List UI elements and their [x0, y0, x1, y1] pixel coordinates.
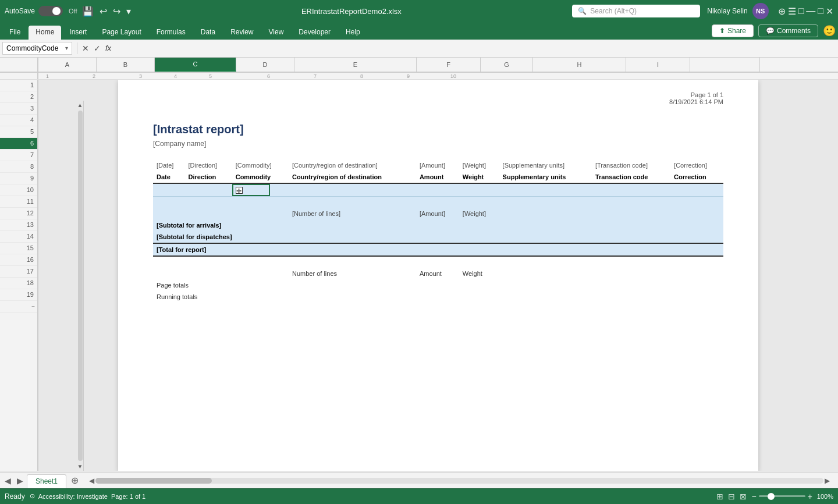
maximize-icon[interactable]: □	[818, 6, 823, 17]
col-header-H[interactable]: H	[533, 58, 626, 72]
summary-empty2	[185, 208, 232, 219]
col-header-B[interactable]: B	[97, 58, 155, 72]
col-header-F[interactable]: F	[417, 58, 481, 72]
page-total: 1	[720, 91, 723, 98]
row-num-13: 13	[0, 219, 37, 231]
empty-row-12	[153, 256, 723, 268]
comments-button[interactable]: 💬 Comments	[758, 24, 818, 37]
file-title: ERIntrastatReportDemo2.xlsx	[131, 7, 573, 16]
zoom-out-button[interactable]: −	[751, 492, 756, 501]
user-avatar[interactable]: NS	[752, 3, 769, 19]
ribbon-tabs: File Home Insert Page Layout Formulas Da…	[0, 23, 838, 40]
page-totals-amount	[416, 279, 459, 291]
vertical-scrollbar[interactable]: ▲ ▼	[77, 101, 84, 471]
th-transcode: Transaction code	[592, 171, 670, 183]
tab-view[interactable]: View	[262, 26, 291, 40]
formula-input[interactable]	[113, 44, 836, 52]
customize-icon[interactable]: ▾	[126, 6, 131, 17]
zoom-in-button[interactable]: +	[808, 492, 812, 501]
running-totals-empty1	[499, 291, 592, 303]
running-totals-empty2	[592, 291, 670, 303]
confirm-formula-icon[interactable]: ✓	[94, 44, 101, 53]
col-header-G[interactable]: G	[481, 58, 533, 72]
tab-review[interactable]: Review	[223, 26, 260, 40]
col-header-D[interactable]: D	[236, 58, 294, 72]
save-icon[interactable]: 💾	[82, 6, 94, 17]
add-sheet-button[interactable]: ⊕	[68, 474, 82, 487]
status-right: ⊞ ⊟ ⊠ − + 100%	[716, 492, 833, 501]
tab-file[interactable]: File	[2, 26, 27, 40]
th-commodity: Commodity	[232, 171, 289, 183]
cursor-cross[interactable]: ✛	[236, 187, 243, 194]
th-correction: Correction	[670, 171, 723, 183]
tab-home[interactable]: Home	[29, 26, 61, 40]
page-layout-view-icon[interactable]: ⊟	[728, 492, 735, 501]
tick-7: 7	[271, 73, 318, 79]
row-num-4: 4	[0, 115, 37, 126]
tick-5: 5	[178, 73, 213, 79]
emoji-button[interactable]: 🙂	[823, 24, 836, 37]
name-box[interactable]: CommodityCode ▾	[2, 42, 72, 55]
search-bar[interactable]: 🔍 Search (Alt+Q)	[572, 5, 700, 17]
name-box-dropdown[interactable]: ▾	[65, 45, 68, 51]
share-button[interactable]: ⬆ Share	[712, 24, 754, 37]
autosave-toggle[interactable]	[38, 6, 63, 16]
status-ready: Ready	[5, 492, 25, 501]
tick-6: 6	[213, 73, 271, 79]
tab-help[interactable]: Help	[339, 26, 367, 40]
normal-view-icon[interactable]: ⊞	[716, 492, 723, 501]
tab-insert[interactable]: Insert	[62, 26, 94, 40]
macro-icon[interactable]: ⊙	[30, 492, 35, 500]
page-timestamp: 8/19/2021 6:14 PM	[669, 98, 723, 105]
hscroll-left-arrow[interactable]: ◀	[88, 475, 95, 486]
footer-th-empty1	[153, 268, 185, 279]
username: Nikolay Selin	[707, 7, 747, 15]
report-data-row: ✛	[153, 183, 723, 197]
title-bar-icons: 💾 ↩ ↪ ▾	[82, 6, 131, 17]
tab-data[interactable]: Data	[194, 26, 222, 40]
fx-label[interactable]: fx	[105, 44, 111, 52]
row-num-6: 6	[0, 138, 37, 150]
col-header-E[interactable]: E	[294, 58, 417, 72]
help-icon[interactable]: ⊕	[778, 6, 786, 17]
cancel-formula-icon[interactable]: ✕	[82, 44, 89, 53]
th-commodity-placeholder: [Commodity]	[232, 159, 289, 171]
th-suppunits-placeholder: [Supplementary units]	[499, 159, 592, 171]
tick-4: 4	[143, 73, 178, 79]
sheet-tabs-bar: ◀ ▶ Sheet1 ⊕ ◀ ▶	[0, 473, 838, 488]
ribbon-icon[interactable]: ☰	[788, 6, 796, 17]
tab-developer[interactable]: Developer	[292, 26, 338, 40]
autosave-toggle-knob	[52, 7, 61, 15]
minimize-icon[interactable]: —	[806, 6, 815, 17]
scroll-up-arrow[interactable]: ▲	[77, 102, 83, 108]
col-header-C[interactable]: C	[155, 58, 236, 72]
row-num-12: 12	[0, 208, 37, 219]
col-header-A[interactable]: A	[38, 58, 97, 72]
sheet-nav-left[interactable]: ◀	[2, 475, 13, 487]
col-header-I[interactable]: I	[626, 58, 690, 72]
col-ruler-track: A B C D E F G H I	[38, 58, 838, 72]
scroll-thumb[interactable]	[78, 111, 83, 461]
redo-icon[interactable]: ↪	[113, 6, 120, 17]
page-break-view-icon[interactable]: ⊠	[740, 492, 747, 501]
scroll-down-arrow[interactable]: ▼	[77, 463, 83, 470]
row-num-5: 5	[0, 126, 37, 138]
sheet-tab-sheet1[interactable]: Sheet1	[27, 474, 66, 488]
th-date: Date	[153, 171, 185, 183]
th-date-placeholder: [Date]	[153, 159, 185, 171]
scrollbar-thumb[interactable]	[95, 478, 212, 484]
summary-numlines: [Number of lines]	[289, 208, 416, 219]
footer-th-empty5	[499, 268, 592, 279]
th-amount-placeholder: [Amount]	[416, 159, 459, 171]
zoom-slider[interactable]	[759, 495, 805, 497]
tab-page-layout[interactable]: Page Layout	[95, 26, 148, 40]
hscroll-right-arrow[interactable]: ▶	[823, 475, 831, 486]
horizontal-scrollbar[interactable]	[95, 478, 823, 484]
share-icon[interactable]: □	[798, 6, 804, 17]
sheet-nav-right[interactable]: ▶	[15, 475, 26, 487]
th-transcode-placeholder: [Transaction code]	[592, 159, 670, 171]
undo-icon[interactable]: ↩	[100, 6, 107, 17]
comments-icon: 💬	[766, 27, 775, 35]
close-icon[interactable]: ✕	[826, 6, 833, 17]
tab-formulas[interactable]: Formulas	[150, 26, 193, 40]
